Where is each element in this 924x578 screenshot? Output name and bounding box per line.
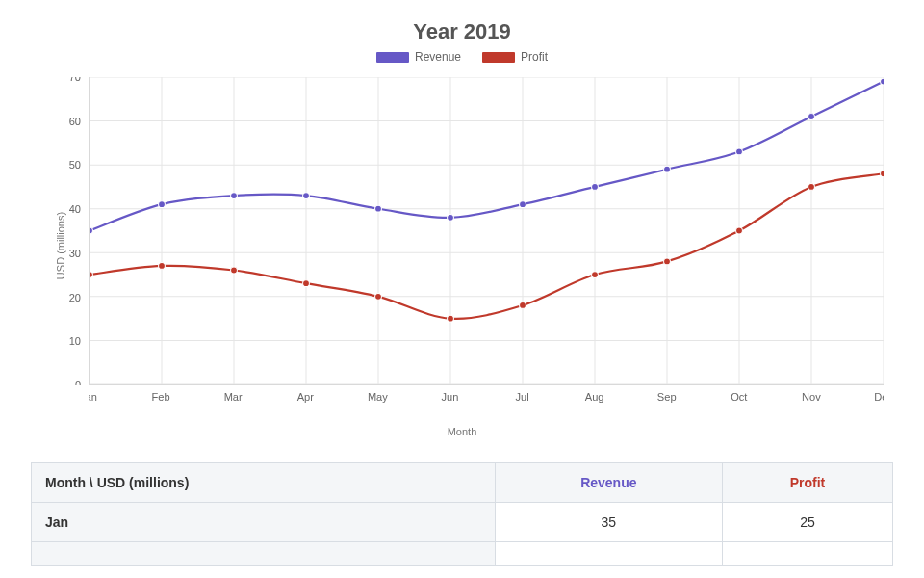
svg-point-23 xyxy=(303,193,310,199)
svg-text:Jul: Jul xyxy=(515,391,528,403)
table-header-row: Month \ USD (millions) Revenue Profit xyxy=(32,463,893,503)
svg-text:20: 20 xyxy=(69,292,81,303)
svg-point-20 xyxy=(90,227,92,234)
svg-text:Aug: Aug xyxy=(585,391,604,403)
svg-point-22 xyxy=(231,193,238,199)
svg-text:Nov: Nov xyxy=(802,391,821,403)
svg-text:Jun: Jun xyxy=(442,391,459,403)
chart-title: Year 2019 xyxy=(31,19,893,44)
svg-point-24 xyxy=(375,205,382,212)
legend-label-revenue: Revenue xyxy=(415,50,461,64)
svg-text:Sep: Sep xyxy=(657,391,677,403)
table-row-month: Jan xyxy=(32,503,496,542)
svg-point-34 xyxy=(231,267,238,274)
svg-point-33 xyxy=(159,263,166,270)
svg-point-43 xyxy=(881,171,884,177)
y-axis: 010203040506070 xyxy=(31,77,89,385)
svg-point-32 xyxy=(90,272,92,278)
table-col-profit: Profit xyxy=(722,463,892,503)
plot-area xyxy=(89,77,884,385)
legend-swatch-revenue xyxy=(376,52,409,63)
svg-text:0: 0 xyxy=(75,380,81,385)
svg-point-28 xyxy=(664,166,671,172)
svg-point-38 xyxy=(520,302,526,309)
svg-point-39 xyxy=(592,272,599,278)
svg-point-31 xyxy=(881,78,884,85)
svg-text:40: 40 xyxy=(69,203,81,215)
svg-point-26 xyxy=(520,201,526,208)
svg-point-41 xyxy=(736,227,743,234)
table-row xyxy=(32,542,893,566)
svg-point-25 xyxy=(448,214,454,221)
legend-item-profit[interactable]: Profit xyxy=(482,50,548,64)
svg-point-29 xyxy=(736,148,743,155)
table-cell-profit: 25 xyxy=(722,503,892,542)
svg-text:10: 10 xyxy=(69,335,81,347)
svg-text:50: 50 xyxy=(69,159,81,171)
chart-svg xyxy=(90,77,884,384)
svg-point-37 xyxy=(448,315,454,322)
table-row: Jan 35 25 xyxy=(32,503,893,542)
svg-point-35 xyxy=(303,280,310,287)
svg-point-40 xyxy=(664,258,671,265)
table-cell-revenue xyxy=(495,542,722,566)
svg-text:60: 60 xyxy=(69,116,81,127)
x-axis-label: Month xyxy=(31,426,893,437)
svg-text:70: 70 xyxy=(69,77,81,83)
legend-swatch-profit xyxy=(482,52,515,63)
legend-item-revenue[interactable]: Revenue xyxy=(376,50,461,64)
svg-text:Mar: Mar xyxy=(224,391,243,403)
table-row-month xyxy=(32,542,496,566)
svg-point-36 xyxy=(375,293,382,300)
table-cell-profit xyxy=(722,542,892,566)
chart-area: USD (millions) 010203040506070 JanFebMar… xyxy=(31,67,893,424)
chart-legend: Revenue Profit xyxy=(31,50,893,64)
table-corner-header: Month \ USD (millions) xyxy=(32,463,496,503)
legend-label-profit: Profit xyxy=(521,50,548,64)
svg-point-21 xyxy=(159,201,166,208)
svg-point-27 xyxy=(592,184,599,191)
table-cell-revenue: 35 xyxy=(495,503,722,542)
svg-text:May: May xyxy=(368,391,388,403)
data-table: Month \ USD (millions) Revenue Profit Ja… xyxy=(31,462,893,566)
svg-point-30 xyxy=(808,114,815,120)
svg-text:30: 30 xyxy=(69,248,81,259)
svg-text:Feb: Feb xyxy=(152,391,170,403)
x-axis: JanFebMarAprMayJunJulAugSepOctNovDec xyxy=(89,385,884,424)
svg-text:Oct: Oct xyxy=(731,391,747,403)
svg-text:Dec: Dec xyxy=(874,391,884,403)
svg-point-42 xyxy=(808,184,815,191)
table-col-revenue: Revenue xyxy=(495,463,722,503)
svg-text:Apr: Apr xyxy=(297,391,315,403)
svg-text:Jan: Jan xyxy=(89,391,97,403)
